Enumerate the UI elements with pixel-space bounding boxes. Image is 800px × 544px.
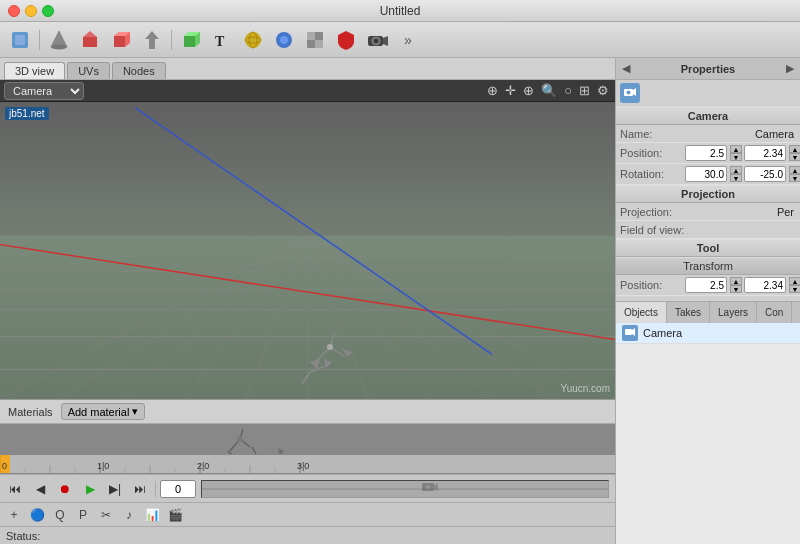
svg-marker-11 <box>184 32 200 47</box>
main-content: 3D view UVs Nodes Camera Front Back Top … <box>0 58 800 544</box>
pos-y-down[interactable]: ▼ <box>789 153 800 161</box>
minimize-button[interactable] <box>25 5 37 17</box>
ruler-svg: 0 1|0 2|0 3|0 <box>0 455 615 473</box>
position-y-input[interactable] <box>744 145 786 161</box>
toolbar-arrow-icon[interactable] <box>138 26 166 54</box>
tool-pos-y-stepper[interactable]: ▲ ▼ <box>789 277 800 293</box>
rotation-y-input[interactable] <box>744 166 786 182</box>
camera-select[interactable]: Camera Front Back Top Perspective <box>4 82 84 100</box>
titlebar: Untitled <box>0 0 800 22</box>
prev-frame-button[interactable]: ◀ <box>29 478 51 500</box>
tab-nodes[interactable]: Nodes <box>112 62 166 79</box>
svg-point-17 <box>276 32 292 48</box>
timeline-scrollbar[interactable] <box>201 480 609 498</box>
frame-input[interactable] <box>160 480 196 498</box>
properties-content: Camera Name: Camera Position: ▲ ▼ ▲ <box>616 80 800 301</box>
rotation-prop-row: Rotation: ▲ ▼ ▲ ▼ <box>616 164 800 185</box>
rot-y-down[interactable]: ▼ <box>789 174 800 182</box>
toolbar-icon-new[interactable] <box>6 26 34 54</box>
pos-x-down[interactable]: ▼ <box>730 153 742 161</box>
tool-position-label: Position: <box>620 279 685 291</box>
rotation-label: Rotation: <box>620 168 685 180</box>
vp-icon-3[interactable]: ⊕ <box>521 82 536 99</box>
close-button[interactable] <box>8 5 20 17</box>
bt-q-icon[interactable]: Q <box>50 505 70 525</box>
position-x-stepper[interactable]: ▲ ▼ <box>730 145 742 161</box>
svg-point-93 <box>627 91 631 95</box>
bt-p-icon[interactable]: P <box>73 505 93 525</box>
tool-position-row: Position: ▲ ▼ ▲ ▼ <box>616 275 800 296</box>
bt-music-icon[interactable]: ♪ <box>119 505 139 525</box>
viewport-canvas[interactable]: jb51.net Yuucn.com <box>0 102 615 399</box>
bt-scissors-icon[interactable]: ✂ <box>96 505 116 525</box>
svg-rect-21 <box>315 40 323 48</box>
pos-x-up[interactable]: ▲ <box>730 145 742 153</box>
pos-y-up[interactable]: ▲ <box>789 145 800 153</box>
position-y-stepper[interactable]: ▲ ▼ <box>789 145 800 161</box>
bt-film-icon[interactable]: 🎬 <box>165 505 185 525</box>
tool-pos-x-up[interactable]: ▲ <box>730 277 742 285</box>
rotation-x-input[interactable] <box>685 166 727 182</box>
camera-object-icon <box>622 325 638 341</box>
tool-pos-x-stepper[interactable]: ▲ ▼ <box>730 277 742 293</box>
properties-header: ◀ Properties ▶ <box>616 58 800 80</box>
rot-x-up[interactable]: ▲ <box>730 166 742 174</box>
tab-uvs[interactable]: UVs <box>67 62 110 79</box>
tool-pos-x-input[interactable] <box>685 277 727 293</box>
maximize-button[interactable] <box>42 5 54 17</box>
list-item[interactable]: Camera <box>616 323 800 344</box>
forward-button[interactable]: ⏭ <box>129 478 151 500</box>
add-material-button[interactable]: Add material ▾ <box>61 403 146 420</box>
vp-icon-grid[interactable]: ⊞ <box>577 82 592 99</box>
toolbar-green-cube-icon[interactable] <box>177 26 205 54</box>
projection-prop-row: Projection: Per <box>616 203 800 221</box>
toolbar-cube-icon[interactable] <box>107 26 135 54</box>
svg-marker-95 <box>632 328 635 336</box>
bottom-tools: + 🔵 Q P ✂ ♪ 📊 🎬 <box>0 502 615 526</box>
tab-3d-view[interactable]: 3D view <box>4 62 65 79</box>
toolbar-texture-icon[interactable] <box>301 26 329 54</box>
props-nav-back[interactable]: ◀ <box>622 62 630 75</box>
bt-circle-icon[interactable]: 🔵 <box>27 505 47 525</box>
toolbar-shape5-icon[interactable] <box>270 26 298 54</box>
rotation-y-stepper[interactable]: ▲ ▼ <box>789 166 800 182</box>
svg-rect-0 <box>12 32 28 48</box>
vp-icon-1[interactable]: ⊕ <box>485 82 500 99</box>
timeline-ruler[interactable]: 0 1|0 2|0 3|0 <box>0 454 615 474</box>
window-controls[interactable] <box>8 5 54 17</box>
position-x-input[interactable] <box>685 145 727 161</box>
vp-icon-magnify[interactable]: 🔍 <box>539 82 559 99</box>
toolbar-camera-icon[interactable] <box>363 26 391 54</box>
tool-pos-x-down[interactable]: ▼ <box>730 285 742 293</box>
tab-takes[interactable]: Takes <box>667 302 710 323</box>
tab-objects[interactable]: Objects <box>616 302 667 323</box>
vp-icon-settings[interactable]: ⚙ <box>595 82 611 99</box>
tool-pos-y-input[interactable] <box>744 277 786 293</box>
rot-x-down[interactable]: ▼ <box>730 174 742 182</box>
rewind-button[interactable]: ⏮ <box>4 478 26 500</box>
toolbar-cone-icon[interactable] <box>45 26 73 54</box>
rotation-x-stepper[interactable]: ▲ ▼ <box>730 166 742 182</box>
toolbar-more-icon[interactable]: » <box>394 26 422 54</box>
tool-pos-y-up[interactable]: ▲ <box>789 277 800 285</box>
bt-add-icon[interactable]: + <box>4 505 24 525</box>
tab-layers[interactable]: Layers <box>710 302 757 323</box>
toolbar-shape2-icon[interactable] <box>76 26 104 54</box>
toolbar-text-icon[interactable]: T <box>208 26 236 54</box>
watermark: jb51.net <box>5 107 49 120</box>
play-button[interactable]: ▶ <box>79 478 101 500</box>
vp-icon-2[interactable]: ✛ <box>503 82 518 99</box>
toolbar-sphere-icon[interactable] <box>239 26 267 54</box>
bt-chart-icon[interactable]: 📊 <box>142 505 162 525</box>
animation-area[interactable] <box>0 424 615 454</box>
svg-point-24 <box>374 39 378 43</box>
vp-icon-circle[interactable]: ○ <box>562 82 574 99</box>
tab-con[interactable]: Con <box>757 302 792 323</box>
tool-pos-y-down[interactable]: ▼ <box>789 285 800 293</box>
record-button[interactable]: ⏺ <box>54 478 76 500</box>
toolbar-shield-icon[interactable] <box>332 26 360 54</box>
props-nav-fwd[interactable]: ▶ <box>786 62 794 75</box>
rot-y-up[interactable]: ▲ <box>789 166 800 174</box>
tool-section-header: Tool <box>616 239 800 257</box>
next-frame-button[interactable]: ▶| <box>104 478 126 500</box>
